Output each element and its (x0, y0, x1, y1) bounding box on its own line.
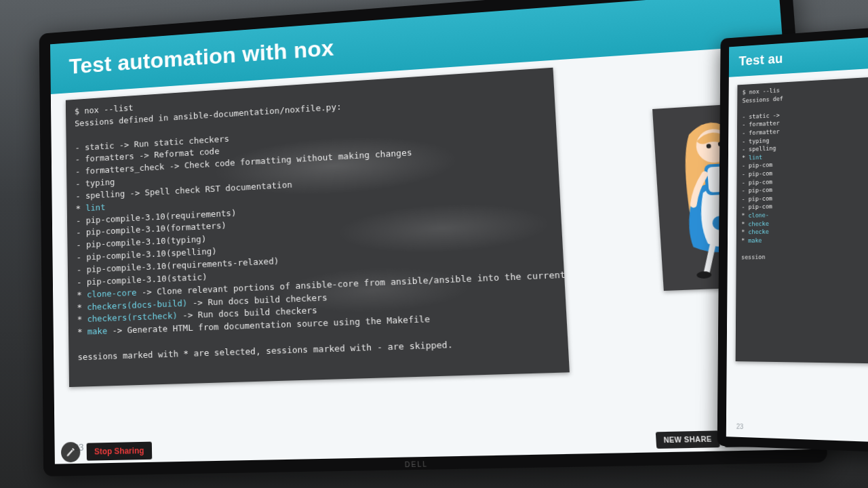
primary-monitor: Test automation with nox A $ nox --list … (39, 0, 828, 476)
room-background: Test automation with nox A $ nox --list … (0, 0, 868, 488)
annotate-button[interactable] (61, 442, 81, 462)
secondary-monitor: Test au $ nox --lis Sessions def - stati… (717, 22, 868, 455)
stop-sharing-button[interactable]: Stop Sharing (87, 442, 153, 461)
slide-body: $ nox --list Sessions defined in ansible… (66, 54, 792, 430)
pencil-icon (66, 447, 76, 458)
slide-number-mirror: 23 (736, 423, 744, 430)
terminal-output-mirror: $ nox --lis Sessions def - static -> - f… (736, 73, 868, 364)
terminal-output: $ nox --list Sessions defined in ansible… (66, 68, 570, 387)
slide-title-mirror: Test au (729, 33, 868, 77)
new-share-button[interactable]: NEW SHARE (656, 430, 720, 449)
presentation-slide-mirror: Test au $ nox --lis Sessions def - stati… (726, 33, 868, 444)
monitor-brand: DELL (405, 460, 428, 468)
presentation-slide: Test automation with nox A $ nox --list … (50, 0, 813, 464)
